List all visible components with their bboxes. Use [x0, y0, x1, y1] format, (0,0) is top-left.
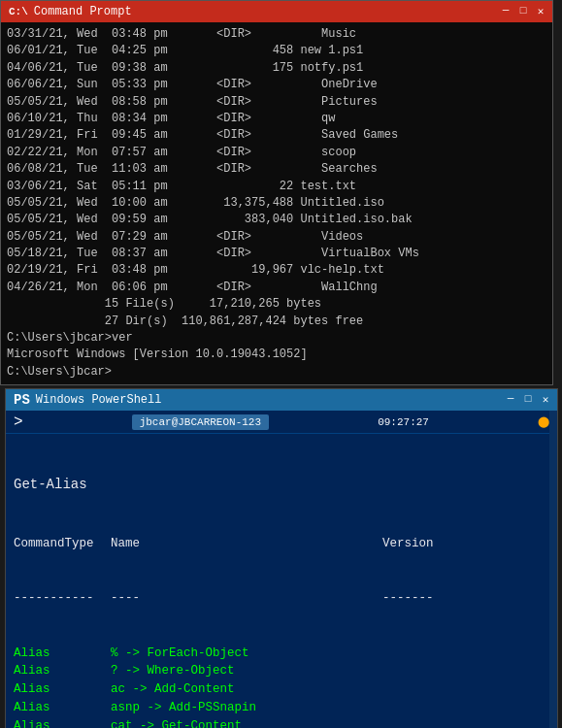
cmd-line: 03/31/21, Wed 03:48 pm <DIR> Music — [7, 26, 546, 43]
ps-header-version: Version — [382, 535, 434, 553]
ps-icon: PS — [14, 392, 30, 408]
ps-time: 09:27:27 — [378, 416, 429, 428]
table-row: Aliascat -> Get-Content — [14, 717, 549, 729]
cmd-line: 06/08/21, Tue 11:03 am <DIR> Searches — [7, 161, 546, 178]
ps-get-alias-cmd: Get-Alias — [14, 475, 549, 495]
cmd-line: 04/26/21, Mon 06:06 pm <DIR> WallChng — [7, 280, 546, 296]
cmd-icon: C:\ — [9, 6, 28, 17]
table-row: Aliasasnp -> Add-PSSnapin — [14, 699, 549, 717]
alias-type: Alias — [14, 662, 111, 680]
ps-content: Get-Alias CommandType Name Version -----… — [6, 434, 557, 728]
ps-underline-commandtype: ----------- — [14, 589, 111, 608]
ps-circle-icon: ⬤ — [538, 415, 549, 428]
cmd-line: 04/06/21, Tue 09:38 am 175 notfy.ps1 — [7, 60, 546, 77]
cmd-line: 06/10/21, Thu 08:34 pm <DIR> qw — [7, 111, 546, 127]
alias-type: Alias — [14, 645, 111, 663]
alias-name: % -> ForEach-Object — [111, 645, 382, 663]
table-row: Alias% -> ForEach-Object — [14, 645, 549, 663]
cmd-maximize-button[interactable]: □ — [515, 3, 531, 18]
ps-alias-table: Alias% -> ForEach-ObjectAlias? -> Where-… — [14, 645, 549, 729]
ps-title: Windows PowerShell — [36, 393, 549, 407]
ps-table-underline: ----------- ---- ------- — [14, 589, 549, 608]
cmd-window: C:\ Command Prompt ─ □ ✕ 03/31/21, Wed 0… — [0, 0, 553, 385]
cmd-line: 06/01/21, Tue 04:25 pm 458 new 1.ps1 — [7, 43, 546, 59]
cmd-titlebar: C:\ Command Prompt ─ □ ✕ — [1, 1, 552, 22]
ps-prompt-indicator: > — [14, 414, 23, 431]
alias-name: asnp -> Add-PSSnapin — [111, 699, 382, 717]
ps-scrollbar[interactable] — [549, 411, 557, 728]
cmd-line: Microsoft Windows [Version 10.0.19043.10… — [7, 347, 546, 363]
alias-type: Alias — [14, 680, 111, 699]
alias-name: cat -> Get-Content — [111, 717, 382, 729]
cmd-line: 05/05/21, Wed 09:59 am 383,040 Untitled.… — [7, 212, 546, 228]
cmd-minimize-button[interactable]: ─ — [498, 3, 513, 18]
cmd-line: 05/05/21, Wed 07:29 am <DIR> Videos — [7, 229, 546, 246]
cmd-controls: ─ □ ✕ — [498, 3, 548, 18]
ps-titlebar: PS Windows PowerShell ─ □ ✕ — [6, 389, 557, 411]
cmd-close-button[interactable]: ✕ — [533, 3, 548, 18]
alias-name: ac -> Add-Content — [111, 680, 382, 699]
ps-underline-version: ------- — [382, 589, 434, 608]
cmd-line: C:\Users\jbcar>ver — [7, 330, 546, 347]
cmd-line: 15 File(s) 17,210,265 bytes — [7, 296, 546, 313]
cmd-line: 02/19/21, Fri 03:48 pm 19,967 vlc-help.t… — [7, 262, 546, 279]
alias-type: Alias — [14, 717, 111, 729]
cmd-line: 05/18/21, Tue 08:37 am <DIR> VirtualBox … — [7, 246, 546, 262]
ps-close-button[interactable]: ✕ — [538, 391, 553, 407]
ps-minimize-button[interactable]: ─ — [503, 391, 518, 407]
ps-topbar: > jbcar@JBCARREON-123 09:27:27 ⬤ — [6, 411, 557, 434]
alias-type: Alias — [14, 699, 111, 717]
cmd-line: 05/05/21, Wed 10:00 am 13,375,488 Untitl… — [7, 195, 546, 212]
cmd-line: 03/06/21, Sat 05:11 pm 22 test.txt — [7, 179, 546, 195]
table-row: Alias? -> Where-Object — [14, 662, 549, 680]
ps-controls: ─ □ ✕ — [503, 391, 553, 407]
cmd-content: 03/31/21, Wed 03:48 pm <DIR> Music06/01/… — [1, 22, 552, 384]
ps-table-header: CommandType Name Version — [14, 535, 549, 553]
ps-underline-name: ---- — [111, 589, 382, 608]
cmd-line: 05/05/21, Wed 08:58 pm <DIR> Pictures — [7, 94, 546, 111]
cmd-title: Command Prompt — [34, 5, 545, 18]
ps-header-commandtype: CommandType — [14, 535, 111, 553]
cmd-line: 27 Dir(s) 110,861,287,424 bytes free — [7, 314, 546, 330]
ps-user-badge: jbcar@JBCARREON-123 — [132, 414, 269, 430]
ps-header-name: Name — [111, 535, 382, 553]
cmd-line: C:\Users\jbcar> — [7, 364, 546, 381]
ps-maximize-button[interactable]: □ — [520, 391, 536, 407]
alias-name: ? -> Where-Object — [111, 662, 382, 680]
table-row: Aliasac -> Add-Content — [14, 680, 549, 699]
cmd-line: 02/22/21, Mon 07:57 am <DIR> scoop — [7, 145, 546, 161]
cmd-line: 06/06/21, Sun 05:33 pm <DIR> OneDrive — [7, 77, 546, 93]
cmd-line: 01/29/21, Fri 09:45 am <DIR> Saved Games — [7, 127, 546, 144]
ps-window: PS Windows PowerShell ─ □ ✕ > jbcar@JBCA… — [5, 388, 558, 728]
